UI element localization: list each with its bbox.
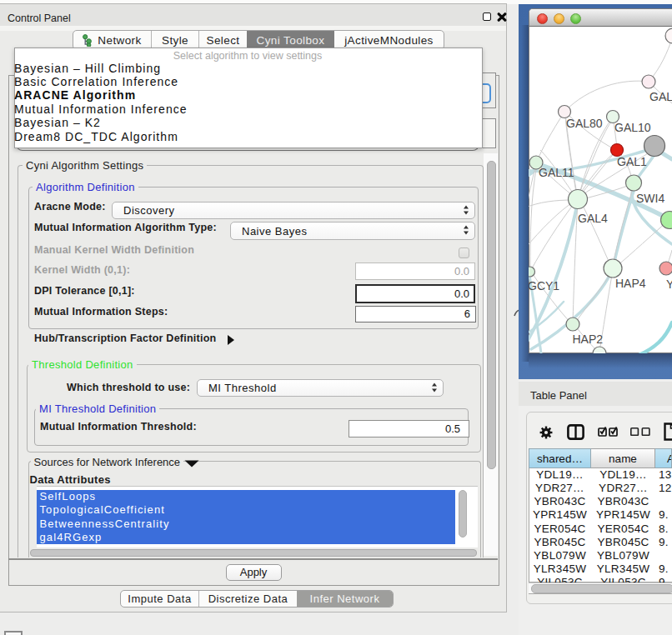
svg-text:GAL7: GAL7 bbox=[649, 90, 672, 103]
svg-text:GCY1: GCY1 bbox=[529, 279, 559, 292]
svg-text:GAL4: GAL4 bbox=[578, 212, 608, 225]
svg-text:GAL80: GAL80 bbox=[566, 117, 603, 130]
svg-text:GAL11: GAL11 bbox=[539, 166, 574, 179]
svg-text:HAP2: HAP2 bbox=[573, 332, 604, 346]
svg-text:Y: Y bbox=[666, 278, 672, 291]
svg-text:GAL10: GAL10 bbox=[614, 121, 651, 134]
svg-text:GAL1: GAL1 bbox=[617, 155, 647, 168]
svg-text:HAP4: HAP4 bbox=[615, 277, 646, 290]
svg-text:SWI4: SWI4 bbox=[636, 192, 664, 205]
